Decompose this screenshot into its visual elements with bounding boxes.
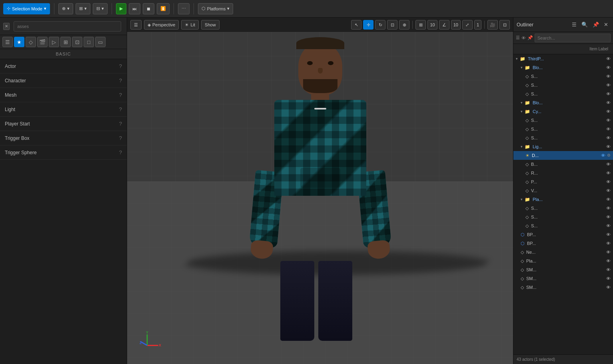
panel-item-actor[interactable]: Actor ?: [0, 59, 127, 74]
tree-item-cy-s3[interactable]: ◇ S... 👁: [513, 133, 613, 142]
eye-icon-blo2[interactable]: 👁: [606, 100, 611, 105]
outliner-search-button[interactable]: 🔍: [580, 21, 589, 28]
nav-tab[interactable]: ▭: [95, 37, 106, 47]
tree-item-bp1[interactable]: ⬡ BP... 👁: [513, 230, 613, 239]
eye-icon-sm2[interactable]: 👁: [606, 276, 611, 281]
eye-icon-b1[interactable]: 👁: [606, 162, 611, 167]
tree-item-directional-light[interactable]: ☀ D... 👁 ⚙: [513, 151, 613, 160]
eye-icon-lig[interactable]: 👁: [606, 144, 611, 149]
eye-icon-bp1[interactable]: 👁: [606, 232, 611, 237]
eye-icon-ne[interactable]: 👁: [606, 250, 611, 255]
tree-item-blo1[interactable]: ▾ 📁 Blo... 👁: [513, 63, 613, 72]
angle-snap-tool[interactable]: ∠: [439, 20, 449, 30]
eye-icon-dl[interactable]: 👁: [601, 153, 605, 158]
eye-icon-cy-s1[interactable]: 👁: [606, 118, 611, 123]
scale-snap-value[interactable]: 1: [474, 20, 481, 30]
panel-item-light[interactable]: Light ?: [0, 102, 127, 117]
panel-item-trigger-box[interactable]: Trigger Box ?: [0, 131, 127, 145]
panel-item-character[interactable]: Character ?: [0, 74, 127, 88]
perspective-button[interactable]: ◈ Perspective: [144, 20, 179, 30]
all-tab[interactable]: ☰: [2, 37, 13, 47]
tree-item-b1[interactable]: ◇ B... 👁: [513, 160, 613, 169]
tree-item-pla2[interactable]: ◇ Pla... 👁: [513, 257, 613, 265]
eye-icon-r1[interactable]: 👁: [606, 171, 611, 175]
volumes-tab[interactable]: □: [84, 37, 94, 47]
eye-icon-s2[interactable]: 👁: [606, 83, 611, 88]
tree-item-sm2[interactable]: ◇ SM... 👁: [513, 274, 613, 283]
tree-item-pla[interactable]: ▾ 📁 Pla... 👁: [513, 195, 613, 204]
eye-icon-pla-s1[interactable]: 👁: [606, 206, 611, 211]
outliner-close-button[interactable]: ✕: [602, 21, 610, 28]
stop-button[interactable]: ⏹: [143, 3, 154, 14]
eject-button[interactable]: ⏫: [157, 3, 170, 14]
basic-tab[interactable]: ★: [14, 37, 24, 47]
tree-item-ne[interactable]: ◇ Ne... 👁: [513, 248, 613, 257]
visual-tab[interactable]: ▷: [49, 37, 59, 47]
camera-tool[interactable]: 🎥: [487, 20, 498, 30]
grid-snap-value[interactable]: 10: [427, 20, 437, 30]
tree-item-pla-s2[interactable]: ◇ S... 👁: [513, 213, 613, 221]
tree-item-r1[interactable]: ◇ R... 👁: [513, 169, 613, 177]
tree-item-cy[interactable]: ▾ 📁 Cy... 👁: [513, 107, 613, 116]
eye-icon-cy-s2[interactable]: 👁: [606, 127, 611, 131]
actor-help-icon[interactable]: ?: [119, 63, 122, 69]
center-viewport[interactable]: ☰ ◈ Perspective ☀ Lit Show ↖ ✛ ↻ ⊡ ⊕ ⊞: [127, 18, 513, 364]
rotate-tool[interactable]: ↻: [375, 20, 385, 30]
select-tool[interactable]: ↖: [351, 20, 361, 30]
outliner-pin-button[interactable]: 📌: [591, 21, 601, 28]
asset-search-input[interactable]: [14, 21, 121, 32]
panel-item-mesh[interactable]: Mesh ?: [0, 88, 127, 102]
tree-item-bp2[interactable]: ⬡ BP... 👁: [513, 239, 613, 248]
scale-snap-tool[interactable]: ⤢: [462, 20, 473, 30]
panel-item-trigger-sphere[interactable]: Trigger Sphere ?: [0, 145, 127, 160]
eye-icon-pla-s3[interactable]: 👁: [606, 223, 611, 228]
eye-icon-p1[interactable]: 👁: [606, 179, 611, 184]
selection-mode-button[interactable]: ⊹ Selection Mode ▾: [3, 3, 50, 14]
angle-snap-value[interactable]: 10: [451, 20, 461, 30]
eye-icon-cy-s3[interactable]: 👁: [606, 135, 611, 140]
outliner-filter-button[interactable]: ☰: [570, 21, 578, 28]
show-button[interactable]: Show: [201, 20, 220, 30]
eye-icon-s1[interactable]: 👁: [606, 74, 611, 79]
settings-icon-dl[interactable]: ⚙: [607, 153, 611, 158]
tree-item-pla-s1[interactable]: ◇ S... 👁: [513, 204, 613, 213]
panel-item-player-start[interactable]: Player Start ?: [0, 117, 127, 131]
eye-icon-bp2[interactable]: 👁: [606, 241, 611, 246]
eye-icon-pla[interactable]: 👁: [606, 197, 611, 202]
tree-item-thirdp[interactable]: ▾ 📁 ThirdP... 👁: [513, 54, 613, 63]
geometry-tab[interactable]: ⊞: [60, 37, 71, 47]
lit-button[interactable]: ☀ Lit: [181, 20, 199, 30]
platforms-button[interactable]: ⬡ Platforms ▾: [198, 3, 233, 14]
tree-item-cy-s2[interactable]: ◇ S... 👁: [513, 125, 613, 133]
eye-icon-sm1[interactable]: 👁: [606, 267, 611, 272]
shapes-tab[interactable]: ⊡: [72, 37, 82, 47]
outliner-tree[interactable]: ▾ 📁 ThirdP... 👁 ▾ 📁 Blo... 👁 ◇ S...: [513, 54, 613, 354]
eye-icon-pla-s2[interactable]: 👁: [606, 215, 611, 219]
tree-item-s3[interactable]: ◇ S... 👁: [513, 90, 613, 98]
viewport-menu-button[interactable]: ☰: [130, 20, 142, 30]
grid-snap-tool[interactable]: ⊞: [415, 20, 426, 30]
mesh-help-icon[interactable]: ?: [119, 92, 122, 98]
tree-item-cy-s1[interactable]: ◇ S... 👁: [513, 116, 613, 125]
grid-button[interactable]: ⊟ ▾: [93, 3, 108, 14]
mesh-tab[interactable]: ◇: [26, 37, 36, 47]
player-start-help-icon[interactable]: ?: [119, 121, 122, 127]
world-local-tool[interactable]: ⊕: [399, 20, 409, 30]
more-options-button[interactable]: ⋯: [178, 3, 190, 14]
eye-icon-sm3[interactable]: 👁: [606, 285, 611, 290]
maximize-tool[interactable]: ⊡: [499, 20, 510, 30]
cinematic-tab[interactable]: 🎬: [37, 37, 48, 47]
snap-button[interactable]: ⊞ ▾: [76, 3, 90, 14]
eye-icon-s3[interactable]: 👁: [606, 91, 611, 96]
translate-tool[interactable]: ✛: [363, 20, 373, 30]
play-button[interactable]: ▶: [116, 3, 126, 14]
trigger-box-help-icon[interactable]: ?: [119, 135, 122, 141]
tree-item-sm3[interactable]: ◇ SM... 👁: [513, 283, 613, 292]
pause-button[interactable]: ⏭: [129, 3, 140, 14]
character-help-icon[interactable]: ?: [119, 78, 122, 84]
tree-item-s1[interactable]: ◇ S... 👁: [513, 72, 613, 81]
tree-item-v1[interactable]: ◇ V... 👁: [513, 186, 613, 195]
eye-icon-thirdp[interactable]: 👁: [606, 56, 611, 61]
tree-item-pla-s3[interactable]: ◇ S... 👁: [513, 221, 613, 230]
eye-icon-blo1[interactable]: 👁: [606, 65, 611, 70]
